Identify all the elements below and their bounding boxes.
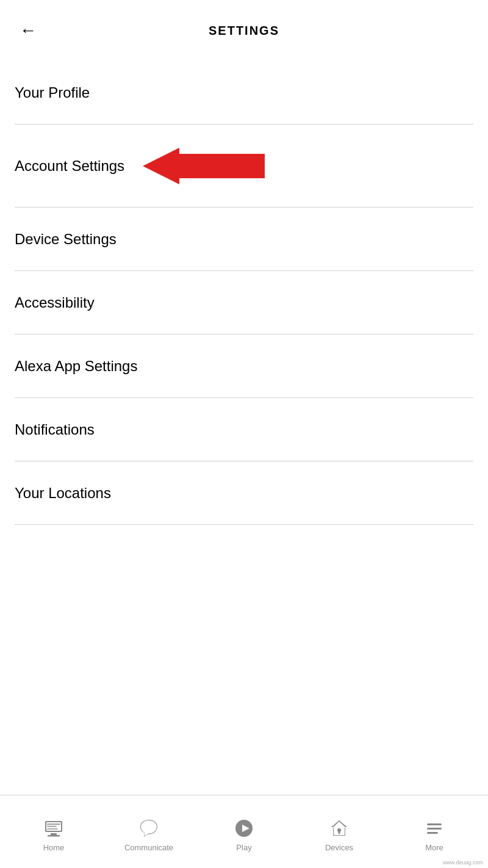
menu-item-notifications[interactable]: Notifications: [0, 398, 488, 461]
back-button[interactable]: ←: [15, 17, 41, 44]
menu-item-your-profile[interactable]: Your Profile: [0, 61, 488, 125]
watermark: www.deuag.com: [443, 859, 483, 866]
nav-label-home: Home: [43, 843, 65, 852]
nav-item-play[interactable]: Play: [196, 811, 292, 852]
menu-item-label: Device Settings: [15, 231, 117, 248]
more-icon: [423, 817, 445, 839]
communicate-icon: [138, 817, 160, 839]
menu-item-label: Accessibility: [15, 294, 95, 311]
svg-rect-3: [48, 835, 60, 837]
settings-header: ← SETTINGS: [0, 0, 488, 61]
svg-rect-14: [427, 832, 438, 834]
nav-item-home[interactable]: Home: [6, 811, 101, 852]
menu-item-label: Account Settings: [15, 157, 124, 175]
menu-item-alexa-app-settings[interactable]: Alexa App Settings: [0, 335, 488, 398]
nav-label-communicate: Communicate: [124, 843, 173, 852]
menu-item-label: Alexa App Settings: [15, 358, 137, 375]
svg-marker-0: [143, 148, 265, 184]
page-title: SETTINGS: [209, 24, 279, 38]
svg-rect-2: [51, 833, 57, 835]
svg-rect-7: [47, 828, 58, 830]
svg-rect-6: [47, 826, 57, 827]
nav-label-play: Play: [236, 843, 251, 852]
nav-item-communicate[interactable]: Communicate: [101, 811, 196, 852]
play-icon: [233, 817, 255, 839]
svg-rect-5: [47, 823, 60, 825]
svg-rect-12: [427, 823, 442, 825]
home-icon: [43, 817, 65, 839]
menu-item-label: Notifications: [15, 421, 95, 438]
nav-item-devices[interactable]: Devices: [292, 811, 387, 852]
nav-item-more[interactable]: More: [387, 811, 482, 852]
nav-label-more: More: [425, 843, 443, 852]
menu-item-device-settings[interactable]: Device Settings: [0, 208, 488, 271]
back-arrow-icon: ←: [20, 22, 37, 39]
menu-item-your-locations[interactable]: Your Locations: [0, 461, 488, 525]
svg-rect-11: [339, 831, 340, 834]
menu-item-label: Your Locations: [15, 485, 111, 502]
menu-item-label: Your Profile: [15, 84, 90, 101]
devices-icon: [328, 817, 350, 839]
red-arrow-annotation: [143, 148, 265, 184]
menu-item-accessibility[interactable]: Accessibility: [0, 271, 488, 335]
settings-menu: Your Profile Account Settings Device Set…: [0, 61, 488, 525]
nav-label-devices: Devices: [325, 843, 353, 852]
bottom-navigation: Home Communicate Play: [0, 795, 488, 868]
svg-rect-13: [427, 828, 442, 830]
menu-item-account-settings[interactable]: Account Settings: [0, 125, 488, 208]
